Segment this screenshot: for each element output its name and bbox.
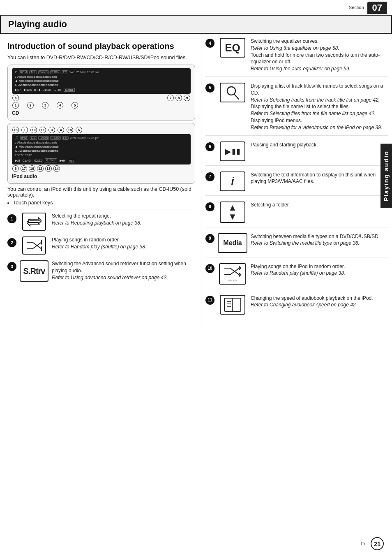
ipod-callout-16: 16: [29, 165, 35, 172]
rc-desc-5: Displaying a list of track titles/file n…: [251, 83, 388, 131]
book-svg: [224, 297, 242, 312]
rc-desc-4: Switching the equalizer curves. Refer to…: [251, 38, 388, 72]
feature-number-2: 2: [7, 238, 16, 247]
cd-time-display: 01:45 -2:45: [43, 88, 61, 92]
right-column: 4 EQ Switching the equalizer curves. Ref…: [201, 34, 392, 329]
cd-media-btn: Media: [64, 88, 75, 92]
rc-feature-row-9: 9 Media Switching between media file typ…: [205, 233, 388, 257]
ipod-screen-top-row: 🎵 iPod ALL Songs S.Rtrv EQ Wed 25 May 12…: [15, 136, 188, 140]
cd-callout-row: 6 7 8 9: [12, 95, 191, 101]
shuffle-svg: [26, 240, 42, 251]
cd-rom-btn: ROM: [19, 70, 28, 74]
shuffle-songs-svg: [224, 265, 242, 278]
ipod-bottom-row: ▶/II 01:45 -02:15 ⟳ Sync ▶⏭ App: [15, 158, 188, 162]
rc-feature-row-7: 7 i Switching the text information to di…: [205, 171, 388, 196]
eq-icon: EQ: [220, 38, 245, 58]
rc-desc-9: Switching between media file types on a …: [251, 233, 388, 247]
rc-feature-row-4: 4 EQ Switching the equalizer curves. Ref…: [205, 38, 388, 77]
feature-row-3: 3 S.Rtrv Switching the Advanced sound re…: [7, 260, 195, 282]
feature-desc-3: Switching the Advanced sound retriever f…: [52, 260, 195, 281]
cd-screen-top-row: ⊙ ROM ALL Songs S.Rtrv EQ Wed 25 May 12:…: [15, 70, 188, 74]
up-arrow: ▲: [228, 203, 237, 212]
rc-icon-5: [218, 83, 247, 102]
ipod-date: Wed 25 May: [70, 137, 86, 139]
ipod-track3: ⊙ Abcdeabcdeabcdeabcdeab: [15, 149, 188, 153]
callout-7: 7: [167, 95, 174, 101]
en-label: En: [361, 541, 367, 546]
rc-icon-7: i: [218, 171, 247, 191]
intro-text: You can listen to DVD-R/DVD-RW/CD/CD-R/C…: [7, 55, 195, 60]
rc-desc-7: Switching the text information to displa…: [251, 171, 388, 185]
divider-1: [7, 209, 195, 209]
rc-num-4: 4: [205, 39, 214, 48]
ipod-callout-18: 18: [67, 127, 73, 133]
cd-eq-btn: EQ: [62, 70, 68, 74]
ipod-callout-17: 17: [21, 165, 27, 172]
rc-feature-row-5: 5 Displaying a list of track titles/file…: [205, 83, 388, 136]
rc-desc-10: Playing songs on the iPod in random orde…: [251, 263, 388, 277]
cd-songs-btn: Songs: [38, 70, 49, 74]
ipod-screen: 🎵 iPod ALL Songs S.Rtrv EQ Wed 25 May 12…: [12, 134, 191, 164]
left-column: Introduction of sound playback operation…: [0, 34, 201, 329]
cd-track1: ♪ Abcdeabcdeabcdeabcdeab: [15, 75, 188, 79]
rc-feature-row-10: 10 songs Playing songs on the iPod in ra…: [205, 263, 388, 289]
rc-desc-11: Changing the speed of audiobook playback…: [251, 295, 388, 309]
rc-desc-6: Pausing and starting playback.: [251, 141, 388, 148]
ipod-callout-12: 12: [37, 165, 44, 172]
rc-num-5: 5: [205, 83, 214, 93]
section-label: Section: [349, 5, 364, 10]
ipod-callout-11: 11: [39, 127, 46, 133]
intro-heading: Introduction of sound playback operation…: [7, 41, 195, 51]
feature-desc-2: Playing songs in random order. Refer to …: [52, 236, 195, 250]
magnify-icon: [220, 83, 245, 102]
ipod-callout-13: 13: [45, 165, 52, 172]
cd-controls: ▮ i ▮: [34, 88, 40, 92]
ipod-time: 01:45: [23, 159, 31, 162]
songs-label: songs: [228, 278, 237, 282]
cd-srtrv-btn: S.Rtrv: [50, 70, 60, 74]
rc-feature-row-6: 6 ▶ ▮▮ Pausing and starting playback.: [205, 141, 388, 166]
feature-row-1: 1 Selecting the repeat range. Refer to R…: [7, 213, 195, 231]
rc-num-11: 11: [205, 296, 214, 305]
media-icon: Media: [218, 233, 247, 253]
play-triangle: ▶: [225, 146, 231, 156]
ipod-callout-15: 15: [12, 127, 19, 133]
ipod-all-btn: ALL: [30, 136, 37, 140]
rc-icon-8: ▲ ▼: [218, 202, 247, 223]
ipod-id: 2067/12345: [15, 153, 188, 157]
ipod-callout-1: 1: [21, 127, 28, 133]
cd-time: 12:45 pm: [87, 71, 99, 74]
ipod-icon: 🎵: [15, 136, 19, 140]
repeat-svg: [27, 216, 42, 227]
callout-4a: 4: [57, 102, 63, 109]
rc-num-9: 9: [205, 234, 214, 243]
rc-desc-8: Selecting a folder.: [251, 202, 388, 208]
rc-num-6: 6: [205, 142, 214, 151]
cd-top-callouts: 1 2 3 4 5: [12, 102, 191, 109]
page-number: 21: [371, 537, 384, 550]
header-bar: Section 07: [0, 0, 392, 16]
book-icon: [220, 295, 245, 315]
main-content: Introduction of sound playback operation…: [0, 34, 392, 329]
pause-bars: ▮▮: [232, 147, 241, 156]
ipod-btn: iPod: [20, 136, 28, 140]
ipod-bottom-callouts: 6 17 16 12 13 14: [12, 165, 191, 172]
ipod-eq: EQ: [62, 136, 69, 140]
callout-3a: 3: [42, 102, 48, 109]
bullet-list: Touch panel keys: [13, 200, 195, 206]
playpause-icon: ▶ ▮▮: [220, 141, 245, 161]
ipod-callout-10: 10: [30, 127, 37, 133]
ipod-srtrv: S.Rtrv: [50, 136, 60, 140]
ipod-track1: ♪ Abcdeabcdeabcdeabcdeab: [15, 141, 188, 144]
callout-5a: 5: [71, 102, 78, 109]
rc-icon-11: [218, 295, 247, 315]
callout-8: 8: [175, 95, 182, 101]
feature-number-3: 3: [7, 262, 16, 271]
side-tab: Playing audio: [380, 144, 392, 208]
ipod-diagram: 15 1 10 11 3 4 18 5 🎵 iPod ALL Songs S.R…: [7, 123, 195, 184]
cd-track2: ▲ Abcdeabcdeabcdeabcdeab: [15, 79, 188, 83]
ipod-track2: ▲ Abcdeabcdeabcdeabcdeab: [15, 145, 188, 148]
feature-desc-1: Selecting the repeat range. Refer to Rep…: [52, 213, 195, 227]
ipod-songs-btn: Songs: [38, 136, 49, 140]
shuffle-icon: [22, 236, 46, 255]
